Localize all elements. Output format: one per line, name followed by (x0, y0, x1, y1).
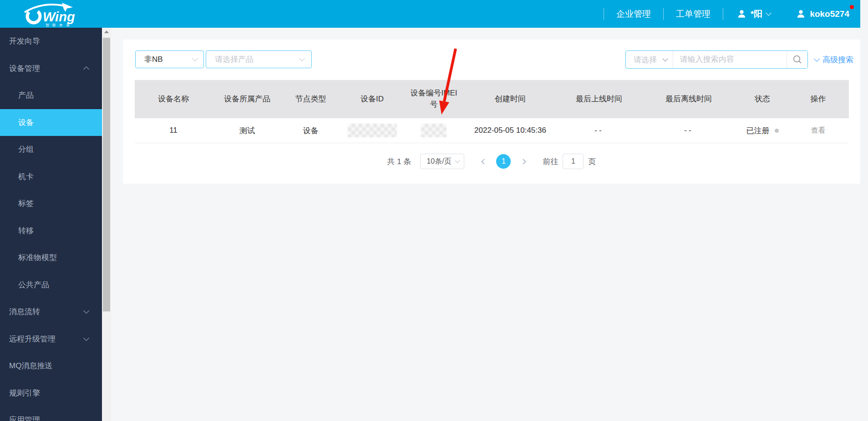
col-device-id: 设备ID (339, 80, 405, 118)
cell-created-at: 2022-05-05 10:45:36 (462, 118, 558, 143)
sidebar-item-label: 产品 (18, 90, 34, 100)
pagination-total: 共 1 条 (387, 156, 411, 167)
col-imei: 设备编号IMEI号 (405, 80, 462, 118)
goto-page-input[interactable] (563, 154, 584, 169)
nav-enterprise-management[interactable]: 企业管理 (604, 8, 663, 20)
sidebar-item-label: 公共产品 (18, 280, 49, 290)
filter-bar: 非NB 请选择产品 请选择 高级搜索 (123, 50, 860, 69)
sidebar-item-label: 设备管理 (9, 63, 40, 74)
table-row: 11 测试 设备 2022-05-05 10:45:36 -- -- 已注册 查… (135, 118, 849, 143)
status-text: 已注册 (746, 125, 770, 136)
col-device-name: 设备名称 (135, 80, 212, 118)
user-icon (796, 9, 806, 19)
sidebar-item-product[interactable]: 产品 (0, 82, 102, 109)
scrollbar-up-button[interactable] (102, 28, 111, 36)
user-menu[interactable]: *阳 (723, 8, 771, 20)
nav-workorder-management[interactable]: 工单管理 (664, 8, 723, 20)
sidebar-item-remote-upgrade[interactable]: 远程升级管理 (0, 326, 102, 353)
chevron-down-icon (814, 56, 820, 62)
col-status: 状态 (737, 80, 787, 118)
chevron-down-icon (83, 335, 89, 341)
search-input[interactable] (673, 51, 787, 68)
logo-subtext: 智联未来 (46, 23, 73, 27)
product-select[interactable]: 请选择产品 (206, 50, 312, 68)
cell-status: 已注册 (737, 118, 787, 143)
goto-label: 前往 (543, 156, 558, 167)
redacted-imei (421, 124, 447, 137)
cell-imei (405, 118, 462, 143)
advanced-search-link[interactable]: 高级搜索 (815, 50, 853, 69)
product-select-placeholder: 请选择产品 (215, 54, 300, 65)
chevron-up-icon (83, 66, 89, 72)
cell-last-online: -- (558, 118, 640, 143)
scrollbar-thumb[interactable] (103, 38, 110, 311)
sidebar-item-device-management[interactable]: 设备管理 (0, 55, 102, 82)
table-header: 设备名称 设备所属产品 节点类型 设备ID 设备编号IMEI号 创建时间 最后上… (135, 80, 849, 118)
sidebar-item-message-flow[interactable]: 消息流转 (0, 298, 102, 326)
chevron-down-icon (663, 56, 669, 62)
search-button[interactable] (787, 51, 807, 68)
sidebar-item-dev-guide[interactable]: 开发向导 (0, 28, 102, 55)
chevron-down-icon (83, 308, 89, 314)
col-actions: 操作 (787, 80, 849, 118)
sidebar-item-device[interactable]: 设备 (0, 109, 102, 136)
logo-text: Wing (43, 10, 75, 24)
sidebar-item-standard-thing-model[interactable]: 标准物模型 (0, 244, 102, 271)
pagination: 共 1 条 10条/页 1 前往 页 (123, 153, 860, 170)
chevron-down-icon (766, 10, 772, 16)
chevron-down-icon (299, 55, 305, 61)
cell-product: 测试 (212, 118, 282, 143)
page-scrollbar-gutter (860, 0, 868, 421)
sidebar-item-tag[interactable]: 标签 (0, 190, 102, 217)
col-node-type: 节点类型 (282, 80, 339, 118)
sidebar-item-public-product[interactable]: 公共产品 (0, 271, 102, 299)
chevron-down-icon (192, 55, 198, 61)
col-created-at: 创建时间 (462, 80, 558, 118)
status-dot-icon (775, 129, 779, 133)
sidebar-item-label: MQ消息推送 (9, 361, 52, 371)
page-size-select[interactable]: 10条/页 (420, 154, 464, 169)
search-icon (792, 55, 802, 65)
user-name: *阳 (751, 8, 762, 20)
next-page-button[interactable] (516, 154, 530, 169)
page-unit-label: 页 (588, 156, 596, 167)
sidebar-item-label: 开发向导 (9, 36, 40, 46)
chevron-right-icon (520, 159, 526, 165)
sidebar-item-label: 远程升级管理 (9, 334, 56, 344)
chevron-left-icon (481, 159, 487, 165)
cell-node-type: 设备 (282, 118, 339, 143)
cell-last-offline: -- (640, 118, 737, 143)
top-nav: 企业管理 工单管理 *阳 koko5274 (604, 0, 849, 28)
col-last-online: 最后上线时间 (558, 80, 640, 118)
sidebar-item-label: 分组 (18, 144, 34, 155)
device-list-card: 非NB 请选择产品 请选择 高级搜索 设 (123, 40, 860, 184)
sidebar-item-app-management[interactable]: 应用管理 (0, 406, 102, 421)
sidebar-item-label: 转移 (18, 226, 34, 236)
sidebar-item-rule-engine[interactable]: 规则引擎 (0, 380, 102, 407)
chevron-down-icon (455, 158, 460, 163)
device-type-select[interactable]: 非NB (135, 50, 204, 68)
page-number-1[interactable]: 1 (496, 154, 511, 169)
prev-page-button[interactable] (477, 154, 491, 169)
sidebar-item-label: 规则引擎 (9, 388, 40, 398)
account-menu[interactable]: koko5274 (796, 9, 849, 19)
cell-device-name: 11 (135, 118, 212, 143)
sidebar-item-transfer[interactable]: 转移 (0, 217, 102, 245)
page-size-value: 10条/页 (426, 157, 451, 166)
search-field-placeholder: 请选择 (634, 55, 663, 65)
col-last-offline: 最后离线时间 (640, 80, 737, 118)
search-field-select[interactable]: 请选择 (626, 51, 673, 68)
sidebar-item-label: 设备 (18, 117, 34, 128)
sidebar-item-label: 标准物模型 (18, 252, 57, 263)
sidebar-item-mq-push[interactable]: MQ消息推送 (0, 352, 102, 380)
view-link[interactable]: 查看 (811, 126, 826, 135)
account-name: koko5274 (810, 9, 849, 19)
sidebar-item-label: 机卡 (18, 171, 34, 182)
cell-device-id (339, 118, 405, 143)
sidebar-item-group[interactable]: 分组 (0, 136, 102, 163)
user-icon (737, 9, 746, 19)
wing-logo: Wing 智联未来 (22, 2, 95, 27)
device-type-value: 非NB (144, 54, 193, 65)
col-product: 设备所属产品 (212, 80, 282, 118)
sidebar-item-sim-card[interactable]: 机卡 (0, 163, 102, 190)
